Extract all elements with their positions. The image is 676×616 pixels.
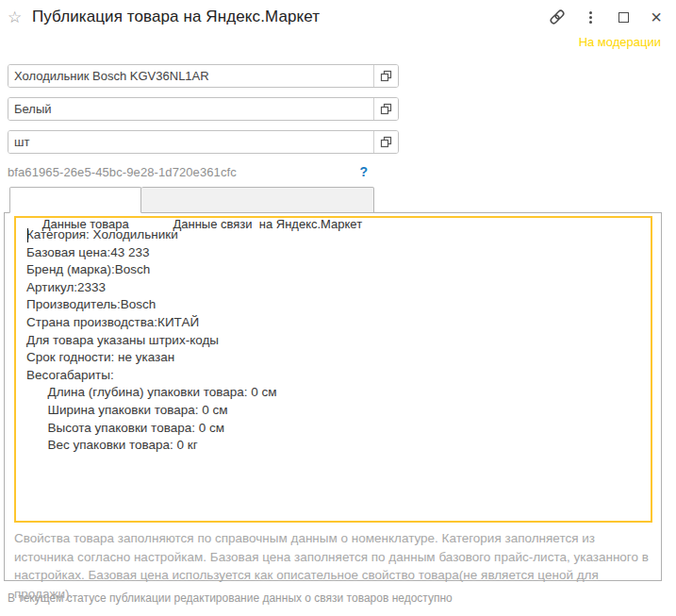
open-product-button[interactable] bbox=[373, 65, 398, 87]
titlebar: ☆ Публикация товара на Яндекс.Маркет × bbox=[0, 0, 676, 30]
tab-product-data[interactable]: Данные товара bbox=[9, 187, 141, 213]
product-name-input[interactable] bbox=[8, 65, 373, 87]
product-unit-field-row bbox=[8, 130, 399, 154]
tab-label: Данные связи на Яндекс.Маркет bbox=[173, 217, 362, 231]
product-color-input[interactable] bbox=[8, 98, 373, 120]
product-data-textarea[interactable]: Категория: Холодильники Базовая цена:43 … bbox=[14, 216, 652, 523]
tab-market-link-data[interactable]: Данные связи на Яндекс.Маркет bbox=[141, 187, 374, 213]
product-data-line: Для товара указаны штрих-коды bbox=[26, 332, 640, 350]
more-menu-icon[interactable] bbox=[582, 8, 599, 25]
product-data-line: Длина (глубина) упаковки товара: 0 см bbox=[26, 384, 640, 402]
product-data-line: Производитель:Bosch bbox=[26, 296, 640, 314]
guid-row: bfa61965-26e5-45bc-9e28-1d720e361cfc ? bbox=[8, 163, 368, 180]
product-name-field-row bbox=[8, 64, 399, 88]
close-icon[interactable]: × bbox=[648, 8, 665, 25]
tab-label: Данные товара bbox=[42, 217, 129, 231]
product-color-field-row bbox=[8, 97, 399, 121]
product-data-line: Весогабариты: bbox=[26, 367, 640, 385]
guid-text: bfa61965-26e5-45bc-9e28-1d720e361cfc bbox=[8, 165, 237, 179]
properties-note: Свойства товара заполняются по справочны… bbox=[14, 529, 651, 603]
maximize-icon[interactable] bbox=[615, 8, 632, 25]
open-color-button[interactable] bbox=[373, 98, 398, 120]
open-in-form-icon bbox=[380, 70, 392, 82]
help-link[interactable]: ? bbox=[359, 164, 368, 179]
product-data-line: Бренд (марка):Bosch bbox=[26, 261, 640, 279]
product-data-line: Ширина упаковки товара: 0 см bbox=[26, 402, 640, 420]
open-unit-button[interactable] bbox=[373, 131, 398, 153]
product-unit-input[interactable] bbox=[8, 131, 373, 153]
moderation-status-badge: На модерации bbox=[579, 35, 661, 49]
tab-panel: Категория: Холодильники Базовая цена:43 … bbox=[4, 212, 662, 581]
tab-bar: Данные товара Данные связи на Яндекс.Мар… bbox=[9, 187, 676, 212]
product-data-line: Срок годности: не указан bbox=[26, 349, 640, 367]
open-in-form-icon bbox=[380, 103, 392, 115]
status-row: На модерации bbox=[0, 30, 676, 53]
open-in-form-icon bbox=[380, 136, 392, 148]
product-publication-window: ☆ Публикация товара на Яндекс.Маркет × Н… bbox=[0, 0, 676, 616]
product-data-line: Высота упаковки товара: 0 см bbox=[26, 420, 640, 438]
product-data-line: Вес упаковки товара: 0 кг bbox=[26, 437, 640, 455]
product-fields bbox=[8, 64, 676, 154]
product-data-line: Страна производства:КИТАЙ bbox=[26, 314, 640, 332]
page-title: Публикация товара на Яндекс.Маркет bbox=[32, 8, 320, 26]
titlebar-icons: × bbox=[549, 8, 668, 25]
product-data-line: Артикул:2333 bbox=[26, 279, 640, 297]
favorite-star-icon[interactable]: ☆ bbox=[8, 9, 28, 25]
link-icon[interactable] bbox=[549, 8, 566, 25]
product-data-line: Базовая цена:43 233 bbox=[26, 244, 640, 262]
